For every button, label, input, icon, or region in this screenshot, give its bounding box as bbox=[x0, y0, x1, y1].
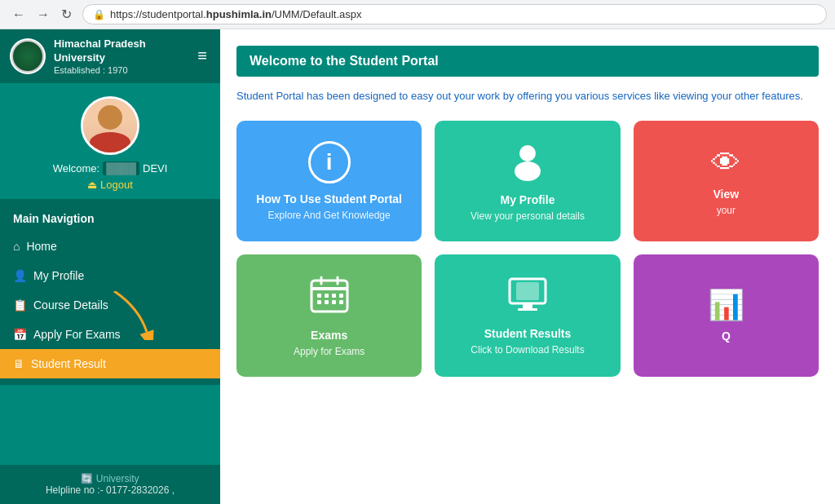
svg-point-1 bbox=[519, 145, 536, 161]
sidebar-header: Himachal Pradesh University Established … bbox=[0, 29, 220, 83]
hamburger-button[interactable]: ≡ bbox=[194, 43, 210, 69]
monitor-icon bbox=[506, 276, 549, 318]
course-details-label: Course Details bbox=[33, 298, 108, 312]
svg-rect-10 bbox=[339, 294, 343, 298]
card-my-profile-subtitle: View your personal details bbox=[471, 210, 585, 222]
forward-button[interactable]: → bbox=[33, 6, 54, 24]
svg-rect-7 bbox=[317, 294, 321, 298]
nav-buttons: ← → ↻ bbox=[8, 5, 76, 24]
home-label: Home bbox=[26, 240, 56, 253]
svg-rect-16 bbox=[516, 282, 539, 300]
university-link: University bbox=[96, 473, 139, 484]
card-exams[interactable]: Exams Apply for Exams bbox=[236, 254, 422, 377]
svg-rect-9 bbox=[332, 294, 336, 298]
intro-text: Student Portal has been designed to easy… bbox=[236, 88, 819, 104]
card-how-to-use[interactable]: i How To Use Student Portal Explore And … bbox=[236, 121, 422, 241]
card-other[interactable]: 📊 Q bbox=[634, 254, 819, 377]
card-student-results[interactable]: Student Results Click to Download Result… bbox=[435, 254, 620, 377]
student-result-label: Student Result bbox=[31, 357, 106, 370]
other-icon: 📊 bbox=[708, 288, 744, 322]
avatar-face bbox=[83, 99, 137, 153]
card-how-to-use-title: How To Use Student Portal bbox=[256, 192, 402, 206]
my-profile-label: My Profile bbox=[33, 269, 84, 282]
username-blurred: ████ bbox=[103, 161, 139, 175]
person-icon bbox=[507, 140, 548, 184]
exams-icon: 📅 bbox=[13, 328, 27, 341]
card-how-to-use-subtitle: Explore And Get Knowledge bbox=[268, 210, 391, 221]
nav-section: Main Navigtion ⌂ Home 👤 My Profile 📋 Cou… bbox=[0, 199, 220, 385]
card-view-title: View bbox=[713, 187, 739, 201]
card-my-profile[interactable]: My Profile View your personal details bbox=[435, 121, 620, 241]
result-icon: 🖥 bbox=[13, 357, 24, 370]
nav-title: Main Navigtion bbox=[0, 206, 220, 232]
welcome-text: Welcome: bbox=[53, 162, 100, 175]
card-exams-subtitle: Apply for Exams bbox=[294, 346, 364, 357]
intro-rest: has been designed to easy out your work … bbox=[307, 90, 803, 102]
svg-rect-17 bbox=[523, 303, 532, 308]
sidebar-footer: 🔄 University Helpline no :- 0177-2832026… bbox=[0, 465, 220, 504]
logout-label: Logout bbox=[100, 179, 133, 191]
card-view-subtitle: your bbox=[717, 205, 736, 216]
url-text: https://studentportal.hpushimla.in/UMM/D… bbox=[110, 8, 362, 20]
university-established: Established : 1970 bbox=[54, 65, 186, 75]
security-icon: 🔒 bbox=[93, 9, 105, 20]
app-container: Himachal Pradesh University Established … bbox=[0, 29, 835, 504]
course-icon: 📋 bbox=[13, 298, 27, 312]
sidebar-item-student-result[interactable]: 🖥 Student Result bbox=[0, 349, 220, 378]
browser-bar: ← → ↻ 🔒 https://studentportal.hpushimla.… bbox=[0, 0, 835, 29]
home-icon: ⌂ bbox=[13, 240, 20, 253]
svg-rect-8 bbox=[325, 294, 329, 298]
svg-rect-11 bbox=[317, 300, 321, 304]
svg-rect-4 bbox=[311, 287, 347, 290]
card-student-results-title: Student Results bbox=[484, 326, 572, 341]
svg-rect-18 bbox=[518, 308, 537, 311]
sidebar-item-my-profile[interactable]: 👤 My Profile bbox=[0, 261, 220, 290]
welcome-banner: Welcome to the Student Portal bbox=[236, 46, 819, 77]
university-name: Himachal Pradesh University bbox=[54, 38, 186, 65]
svg-rect-13 bbox=[332, 300, 336, 304]
profile-icon: 👤 bbox=[13, 269, 27, 282]
calendar-icon bbox=[308, 274, 351, 320]
sidebar-item-home[interactable]: ⌂ Home bbox=[0, 232, 220, 261]
view-icon: 👁 bbox=[711, 146, 740, 180]
footer-line1: 🔄 University bbox=[13, 473, 207, 484]
sidebar-item-course-details[interactable]: 📋 Course Details bbox=[0, 290, 220, 320]
back-button[interactable]: ← bbox=[8, 6, 29, 24]
info-circle-icon: i bbox=[308, 141, 351, 183]
card-exams-title: Exams bbox=[311, 328, 347, 343]
svg-rect-12 bbox=[325, 300, 329, 304]
card-student-results-subtitle: Click to Download Results bbox=[471, 344, 584, 356]
avatar bbox=[81, 96, 139, 155]
footer-icon: 🔄 bbox=[81, 473, 93, 484]
university-info: Himachal Pradesh University Established … bbox=[54, 38, 186, 75]
svg-point-2 bbox=[515, 161, 541, 181]
logout-icon: ⏏ bbox=[87, 179, 97, 191]
apply-exams-label: Apply For Exams bbox=[33, 328, 121, 341]
user-last-name: DEVI bbox=[143, 162, 167, 175]
card-view[interactable]: 👁 View your bbox=[634, 121, 819, 241]
reload-button[interactable]: ↻ bbox=[57, 5, 76, 24]
main-content: Welcome to the Student Portal Student Po… bbox=[220, 29, 835, 504]
intro-link[interactable]: Student Portal bbox=[236, 90, 303, 102]
address-bar[interactable]: 🔒 https://studentportal.hpushimla.in/UMM… bbox=[82, 4, 827, 24]
profile-section: Welcome: ████ DEVI ⏏ Logout bbox=[0, 83, 220, 199]
card-my-profile-title: My Profile bbox=[501, 192, 555, 207]
welcome-line: Welcome: ████ DEVI bbox=[53, 161, 168, 175]
svg-rect-14 bbox=[339, 300, 343, 304]
logo-emblem bbox=[11, 40, 44, 73]
sidebar-item-apply-exams[interactable]: 📅 Apply For Exams bbox=[0, 320, 220, 349]
university-logo bbox=[10, 38, 46, 74]
footer-helpline: Helpline no :- 0177-2832026 , bbox=[13, 484, 207, 496]
cards-grid: i How To Use Student Portal Explore And … bbox=[236, 121, 819, 377]
logout-button[interactable]: ⏏ Logout bbox=[87, 179, 133, 191]
card-other-title: Q bbox=[722, 329, 731, 343]
sidebar: Himachal Pradesh University Established … bbox=[0, 29, 220, 504]
